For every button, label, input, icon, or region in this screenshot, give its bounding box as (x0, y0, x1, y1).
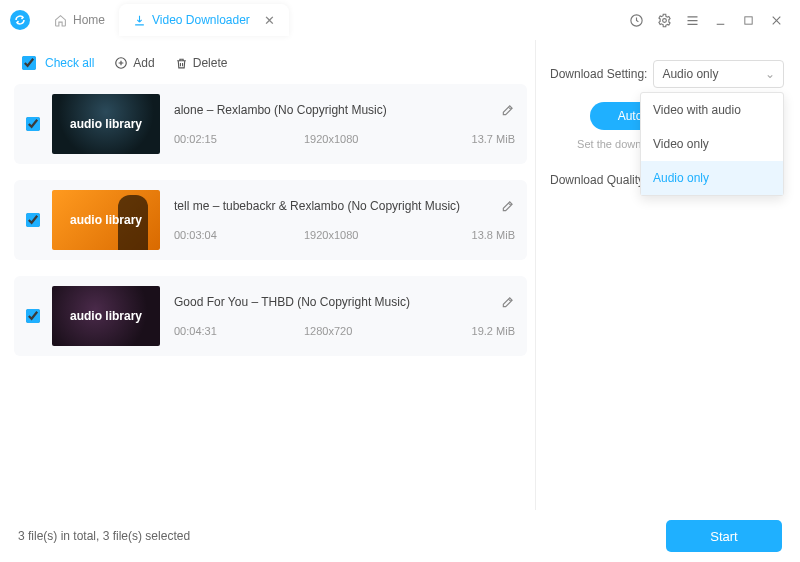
download-setting-select[interactable]: Audio only ⌄ (653, 60, 784, 88)
main-panel: Check all Add Delete audio library alone… (10, 40, 527, 510)
thumb-text: audio library (70, 117, 142, 131)
video-list: audio library alone – Rexlambo (No Copyr… (14, 84, 527, 356)
settings-icon[interactable] (652, 8, 676, 32)
video-title: Good For You – THBD (No Copyright Music) (174, 295, 410, 309)
delete-button[interactable]: Delete (175, 56, 228, 70)
video-title: alone – Rexlambo (No Copyright Music) (174, 103, 387, 117)
video-duration: 00:04:31 (174, 325, 304, 337)
video-size: 19.2 MiB (445, 325, 515, 337)
video-duration: 00:03:04 (174, 229, 304, 241)
video-size: 13.7 MiB (445, 133, 515, 145)
download-setting-value: Audio only (662, 67, 718, 81)
list-item[interactable]: audio library Good For You – THBD (No Co… (14, 276, 527, 356)
add-button[interactable]: Add (114, 56, 154, 70)
add-label: Add (133, 56, 154, 70)
footer-status: 3 file(s) in total, 3 file(s) selected (18, 529, 190, 543)
video-resolution: 1920x1080 (304, 229, 445, 241)
thumb-text: audio library (70, 213, 142, 227)
video-thumbnail: audio library (52, 190, 160, 250)
chevron-down-icon: ⌄ (765, 67, 775, 81)
dropdown-option[interactable]: Video with audio (641, 93, 783, 127)
settings-panel: Download Setting: Audio only ⌄ Auto Set … (535, 40, 790, 510)
tab-home[interactable]: Home (40, 4, 119, 36)
edit-icon[interactable] (501, 103, 515, 117)
delete-label: Delete (193, 56, 228, 70)
video-resolution: 1920x1080 (304, 133, 445, 145)
edit-icon[interactable] (501, 295, 515, 309)
window-maximize-icon[interactable] (736, 8, 760, 32)
thumb-text: audio library (70, 309, 142, 323)
video-thumbnail: audio library (52, 94, 160, 154)
download-quality-label: Download Quality: (550, 173, 647, 187)
history-icon[interactable] (624, 8, 648, 32)
start-button[interactable]: Start (666, 520, 782, 552)
list-item[interactable]: audio library alone – Rexlambo (No Copyr… (14, 84, 527, 164)
check-all-button[interactable]: Check all (22, 56, 94, 70)
tab-close-icon[interactable]: ✕ (264, 13, 275, 28)
footer: 3 file(s) in total, 3 file(s) selected S… (0, 510, 800, 562)
auto-label: Auto (618, 109, 643, 123)
check-all-label: Check all (45, 56, 94, 70)
check-all-checkbox[interactable] (22, 56, 36, 70)
item-checkbox[interactable] (26, 213, 40, 227)
menu-icon[interactable] (680, 8, 704, 32)
start-label: Start (710, 529, 737, 544)
tab-home-label: Home (73, 13, 105, 27)
svg-rect-2 (744, 16, 751, 23)
window-close-icon[interactable] (764, 8, 788, 32)
dropdown-option[interactable]: Video only (641, 127, 783, 161)
video-size: 13.8 MiB (445, 229, 515, 241)
svg-point-1 (662, 18, 666, 22)
tab-video-downloader[interactable]: Video Downloader ✕ (119, 4, 289, 36)
item-checkbox[interactable] (26, 117, 40, 131)
item-checkbox[interactable] (26, 309, 40, 323)
download-icon (133, 14, 146, 27)
video-title: tell me – tubebackr & Rexlambo (No Copyr… (174, 199, 460, 213)
edit-icon[interactable] (501, 199, 515, 213)
tab-downloader-label: Video Downloader (152, 13, 250, 27)
titlebar: Home Video Downloader ✕ (0, 0, 800, 40)
home-icon (54, 14, 67, 27)
list-item[interactable]: audio library tell me – tubebackr & Rexl… (14, 180, 527, 260)
download-setting-label: Download Setting: (550, 67, 647, 81)
video-duration: 00:02:15 (174, 133, 304, 145)
video-resolution: 1280x720 (304, 325, 445, 337)
plus-circle-icon (114, 56, 128, 70)
list-toolbar: Check all Add Delete (14, 50, 527, 84)
download-setting-dropdown: Video with audioVideo onlyAudio only (640, 92, 784, 196)
trash-icon (175, 57, 188, 70)
video-thumbnail: audio library (52, 286, 160, 346)
dropdown-option[interactable]: Audio only (641, 161, 783, 195)
app-logo (10, 10, 30, 30)
window-minimize-icon[interactable] (708, 8, 732, 32)
